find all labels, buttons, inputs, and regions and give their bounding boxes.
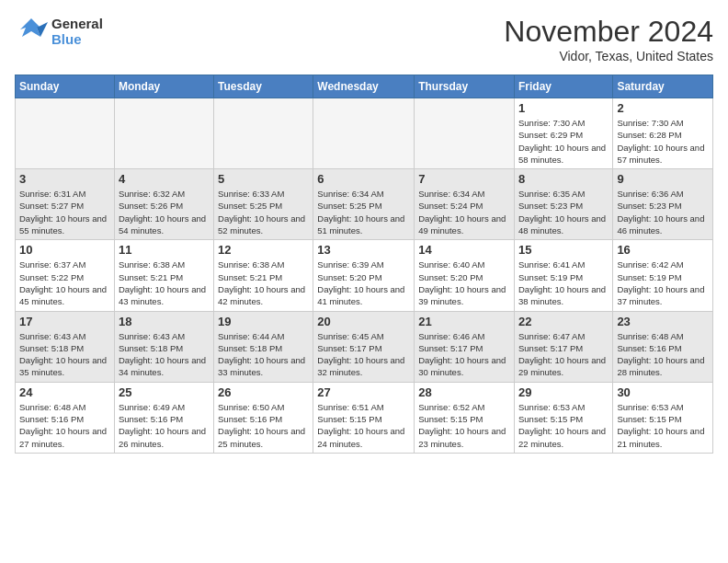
calendar-cell: 9Sunrise: 6:36 AMSunset: 5:23 PMDaylight… [613,169,713,240]
day-info: Sunrise: 6:44 AMSunset: 5:18 PMDaylight:… [218,330,309,379]
day-number: 16 [617,243,709,257]
calendar-cell: 27Sunrise: 6:51 AMSunset: 5:15 PMDayligh… [313,382,415,453]
day-number: 27 [317,385,410,399]
calendar-cell [415,98,515,169]
calendar-cell: 6Sunrise: 6:34 AMSunset: 5:25 PMDaylight… [313,169,415,240]
calendar-cell: 22Sunrise: 6:47 AMSunset: 5:17 PMDayligh… [514,311,612,382]
day-info: Sunrise: 6:45 AMSunset: 5:17 PMDaylight:… [317,330,410,379]
day-number: 8 [518,172,609,186]
calendar-cell: 14Sunrise: 6:40 AMSunset: 5:20 PMDayligh… [415,240,515,311]
day-info: Sunrise: 6:41 AMSunset: 5:19 PMDaylight:… [518,259,609,307]
day-number: 28 [418,385,510,399]
calendar-cell [114,98,213,169]
day-number: 10 [19,243,110,257]
calendar-cell: 19Sunrise: 6:44 AMSunset: 5:18 PMDayligh… [214,311,313,382]
day-info: Sunrise: 6:47 AMSunset: 5:17 PMDaylight:… [518,330,609,379]
calendar-cell: 3Sunrise: 6:31 AMSunset: 5:27 PMDaylight… [16,169,115,240]
day-info: Sunrise: 7:30 AMSunset: 6:29 PMDaylight:… [518,117,609,166]
calendar-cell: 5Sunrise: 6:33 AMSunset: 5:25 PMDaylight… [214,169,313,240]
calendar-cell: 25Sunrise: 6:49 AMSunset: 5:16 PMDayligh… [114,382,213,453]
month-title: November 2024 [504,15,713,49]
day-info: Sunrise: 6:35 AMSunset: 5:23 PMDaylight:… [518,188,609,236]
day-info: Sunrise: 6:50 AMSunset: 5:16 PMDaylight:… [218,401,309,450]
day-number: 7 [418,172,510,186]
day-info: Sunrise: 6:37 AMSunset: 5:22 PMDaylight:… [19,259,110,307]
calendar-cell: 18Sunrise: 6:43 AMSunset: 5:18 PMDayligh… [114,311,213,382]
day-info: Sunrise: 6:52 AMSunset: 5:15 PMDaylight:… [418,401,510,450]
calendar-cell: 30Sunrise: 6:53 AMSunset: 5:15 PMDayligh… [613,382,713,453]
day-info: Sunrise: 6:46 AMSunset: 5:17 PMDaylight:… [418,330,510,379]
day-info: Sunrise: 6:40 AMSunset: 5:20 PMDaylight:… [418,259,510,307]
day-number: 6 [317,172,410,186]
day-number: 3 [19,172,110,186]
day-number: 12 [218,243,309,257]
calendar-cell: 2Sunrise: 7:30 AMSunset: 6:28 PMDaylight… [613,98,713,169]
day-number: 4 [119,172,210,186]
day-info: Sunrise: 7:30 AMSunset: 6:28 PMDaylight:… [617,117,709,166]
day-info: Sunrise: 6:53 AMSunset: 5:15 PMDaylight:… [617,401,709,450]
day-info: Sunrise: 6:38 AMSunset: 5:21 PMDaylight:… [119,259,210,307]
calendar-cell: 26Sunrise: 6:50 AMSunset: 5:16 PMDayligh… [214,382,313,453]
day-number: 24 [19,385,110,399]
calendar-cell: 11Sunrise: 6:38 AMSunset: 5:21 PMDayligh… [114,240,213,311]
logo-blue: Blue [51,31,103,47]
calendar-cell: 4Sunrise: 6:32 AMSunset: 5:26 PMDaylight… [114,169,213,240]
weekday-header: Monday [114,75,213,98]
calendar-cell: 13Sunrise: 6:39 AMSunset: 5:20 PMDayligh… [313,240,415,311]
calendar-cell: 17Sunrise: 6:43 AMSunset: 5:18 PMDayligh… [16,311,115,382]
calendar-cell: 24Sunrise: 6:48 AMSunset: 5:16 PMDayligh… [16,382,115,453]
weekday-header: Saturday [613,75,713,98]
weekday-header: Wednesday [313,75,415,98]
day-number: 30 [617,385,709,399]
day-number: 26 [218,385,309,399]
calendar-cell [16,98,115,169]
day-number: 25 [119,385,210,399]
day-number: 5 [218,172,309,186]
day-number: 2 [617,101,709,115]
calendar-cell: 12Sunrise: 6:38 AMSunset: 5:21 PMDayligh… [214,240,313,311]
calendar-cell: 29Sunrise: 6:53 AMSunset: 5:15 PMDayligh… [514,382,612,453]
day-info: Sunrise: 6:34 AMSunset: 5:24 PMDaylight:… [418,188,510,236]
calendar-cell: 8Sunrise: 6:35 AMSunset: 5:23 PMDaylight… [514,169,612,240]
day-info: Sunrise: 6:31 AMSunset: 5:27 PMDaylight:… [19,188,110,236]
day-info: Sunrise: 6:51 AMSunset: 5:15 PMDaylight:… [317,401,410,450]
day-number: 22 [518,315,609,328]
day-info: Sunrise: 6:43 AMSunset: 5:18 PMDaylight:… [19,330,110,379]
day-number: 21 [418,315,510,328]
day-info: Sunrise: 6:53 AMSunset: 5:15 PMDaylight:… [518,401,609,450]
day-number: 14 [418,243,510,257]
logo-text: General Blue [51,16,103,47]
logo-icon [15,15,48,48]
weekday-header: Thursday [415,75,515,98]
calendar-cell: 16Sunrise: 6:42 AMSunset: 5:19 PMDayligh… [613,240,713,311]
location: Vidor, Texas, United States [504,49,713,63]
day-number: 18 [119,315,210,328]
calendar-cell: 1Sunrise: 7:30 AMSunset: 6:29 PMDaylight… [514,98,612,169]
day-info: Sunrise: 6:39 AMSunset: 5:20 PMDaylight:… [317,259,410,307]
weekday-header: Sunday [16,75,115,98]
day-number: 23 [617,315,709,328]
calendar-cell [313,98,415,169]
title-block: November 2024 Vidor, Texas, United State… [504,15,713,63]
day-info: Sunrise: 6:43 AMSunset: 5:18 PMDaylight:… [119,330,210,379]
day-info: Sunrise: 6:38 AMSunset: 5:21 PMDaylight:… [218,259,309,307]
calendar-cell: 15Sunrise: 6:41 AMSunset: 5:19 PMDayligh… [514,240,612,311]
day-number: 1 [518,101,609,115]
day-number: 11 [119,243,210,257]
day-info: Sunrise: 6:32 AMSunset: 5:26 PMDaylight:… [119,188,210,236]
logo: General Blue [15,15,103,48]
day-info: Sunrise: 6:42 AMSunset: 5:19 PMDaylight:… [617,259,709,307]
day-number: 15 [518,243,609,257]
calendar-cell: 20Sunrise: 6:45 AMSunset: 5:17 PMDayligh… [313,311,415,382]
day-info: Sunrise: 6:48 AMSunset: 5:16 PMDaylight:… [19,401,110,450]
page-header: General Blue November 2024 Vidor, Texas,… [15,15,713,63]
day-info: Sunrise: 6:33 AMSunset: 5:25 PMDaylight:… [218,188,309,236]
calendar-cell: 7Sunrise: 6:34 AMSunset: 5:24 PMDaylight… [415,169,515,240]
day-info: Sunrise: 6:36 AMSunset: 5:23 PMDaylight:… [617,188,709,236]
calendar-cell: 28Sunrise: 6:52 AMSunset: 5:15 PMDayligh… [415,382,515,453]
calendar-cell: 10Sunrise: 6:37 AMSunset: 5:22 PMDayligh… [16,240,115,311]
day-number: 9 [617,172,709,186]
calendar-cell [214,98,313,169]
day-info: Sunrise: 6:34 AMSunset: 5:25 PMDaylight:… [317,188,410,236]
calendar-table: SundayMondayTuesdayWednesdayThursdayFrid… [15,75,713,454]
